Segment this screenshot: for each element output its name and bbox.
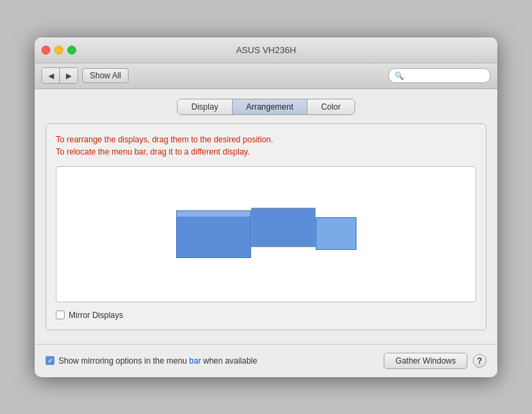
search-icon: 🔍 (395, 71, 404, 80)
mirror-label: Mirror Displays (69, 310, 123, 320)
forward-button[interactable]: ▶ (60, 68, 78, 83)
bottom-label-part2: when available (201, 356, 257, 366)
window-title: ASUS VH236H (236, 45, 296, 55)
back-button[interactable]: ◀ (42, 68, 60, 83)
toolbar: ◀ ▶ Show All 🔍 (35, 63, 497, 89)
instruction-text: To rearrange the displays, drag them to … (56, 133, 476, 158)
maximize-button[interactable] (67, 46, 76, 54)
traffic-lights (41, 46, 76, 54)
search-input[interactable] (407, 71, 484, 80)
mirroring-options-checkbox[interactable] (46, 356, 54, 365)
display-block-main[interactable] (176, 210, 251, 258)
gather-windows-button[interactable]: Gather Windows (384, 353, 467, 369)
display-canvas (56, 166, 476, 302)
title-bar: ASUS VH236H (35, 37, 497, 63)
minimize-button[interactable] (54, 46, 63, 54)
bottom-checkbox-row: Show mirroring options in the menu bar w… (46, 356, 384, 366)
content-area: Display Arrangement Color To rearrange t… (35, 89, 497, 341)
bottom-bar: Show mirroring options in the menu bar w… (35, 344, 497, 377)
close-button[interactable] (41, 46, 50, 54)
show-all-button[interactable]: Show All (82, 68, 129, 83)
bottom-label-highlight: bar (189, 356, 201, 366)
display-block-tertiary[interactable] (316, 217, 356, 250)
instruction-line1: To rearrange the displays, drag them to … (56, 133, 476, 146)
bottom-label-part1: Show mirroring options in the menu (59, 356, 189, 366)
displays-container (176, 210, 356, 258)
tab-display[interactable]: Display (178, 99, 232, 114)
arrangement-panel: To rearrange the displays, drag them to … (46, 123, 486, 330)
bottom-label: Show mirroring options in the menu bar w… (59, 356, 257, 366)
mirror-checkbox[interactable] (56, 310, 65, 319)
main-window: ASUS VH236H ◀ ▶ Show All 🔍 Display Arran… (35, 37, 497, 377)
nav-buttons: ◀ ▶ (41, 67, 78, 84)
instruction-line2: To relocate the menu bar, drag it to a d… (56, 146, 476, 158)
tab-arrangement[interactable]: Arrangement (233, 99, 307, 114)
tab-group: Display Arrangement Color (177, 99, 354, 115)
tab-bar: Display Arrangement Color (46, 99, 486, 115)
tab-color[interactable]: Color (307, 99, 354, 114)
mirror-row: Mirror Displays (56, 310, 476, 320)
display-block-secondary[interactable] (251, 208, 316, 247)
bottom-actions: Gather Windows ? (384, 353, 486, 369)
help-button[interactable]: ? (473, 354, 486, 368)
search-box: 🔍 (388, 68, 491, 83)
